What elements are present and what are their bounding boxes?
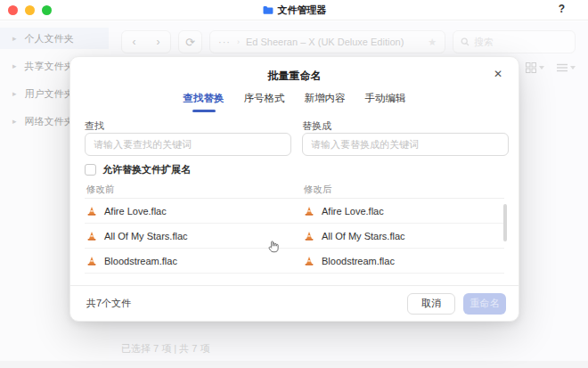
dialog-tabs: 查找替换 序号格式 新增内容 手动编辑 <box>70 92 519 112</box>
checkbox-unchecked[interactable] <box>85 164 96 176</box>
audio-file-icon <box>86 256 97 266</box>
mouse-cursor-hand-icon <box>266 239 280 258</box>
replace-label: 替换成 <box>302 119 331 133</box>
dialog-footer: 共7个文件 取消 重命名 <box>70 285 519 321</box>
help-button[interactable]: ? <box>559 3 565 15</box>
table-row[interactable]: All Of My Stars.flac All Of My Stars.fla… <box>85 224 504 249</box>
tab-add-content[interactable]: 新增内容 <box>305 92 346 112</box>
table-row[interactable]: Afire Love.flac Afire Love.flac <box>85 199 504 224</box>
audio-file-icon <box>86 231 97 241</box>
table-scrollbar[interactable] <box>503 204 507 241</box>
audio-file-icon <box>86 206 97 217</box>
tab-find-replace[interactable]: 查找替换 <box>184 92 225 112</box>
window-title: 文件管理器 <box>278 4 327 17</box>
table-row[interactable]: Bloodstream.flac Bloodstream.flac <box>85 249 504 274</box>
tab-number-format[interactable]: 序号格式 <box>244 92 285 112</box>
column-header-before: 修改前 <box>86 184 115 196</box>
replace-input[interactable] <box>302 133 509 156</box>
close-icon[interactable]: ✕ <box>491 67 505 81</box>
find-label: 查找 <box>85 119 104 133</box>
cancel-button[interactable]: 取消 <box>407 293 455 315</box>
dialog-title: 批量重命名 <box>70 69 519 84</box>
batch-rename-dialog: 批量重命名 ✕ 查找替换 序号格式 新增内容 手动编辑 查找 替换成 允许替换文… <box>69 56 519 322</box>
rename-button[interactable]: 重命名 <box>463 293 506 315</box>
tab-manual-edit[interactable]: 手动编辑 <box>365 92 406 112</box>
checkbox-label: 允许替换文件扩展名 <box>102 163 191 176</box>
column-header-after: 修改后 <box>304 184 332 196</box>
audio-file-icon <box>304 231 314 241</box>
audio-file-icon <box>304 206 314 217</box>
find-input[interactable] <box>85 133 291 156</box>
window: 文件管理器 ? ▸ 个人文件夹 ▸ 共享文件夹 ▸ 用户文件夹 ▸ 网络文件夹 <box>0 0 588 368</box>
app-folder-icon <box>262 3 274 19</box>
audio-file-icon <box>304 256 314 266</box>
replace-extension-checkbox-row[interactable]: 允许替换文件扩展名 <box>85 163 191 176</box>
titlebar: 文件管理器 ? <box>0 0 588 20</box>
file-count: 共7个文件 <box>86 297 407 310</box>
